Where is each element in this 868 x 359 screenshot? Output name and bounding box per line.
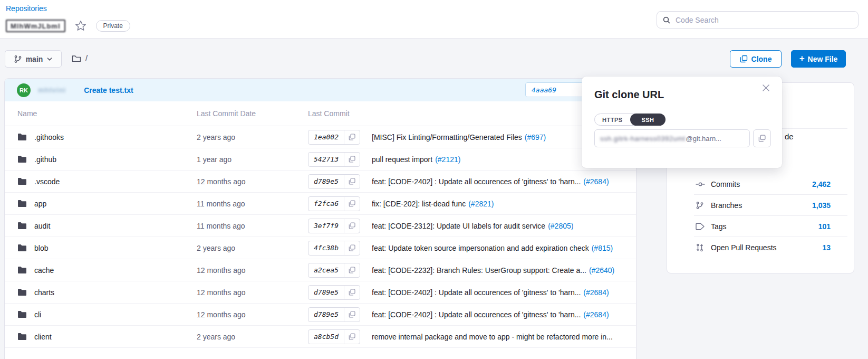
commit-sha[interactable]: 542713 [308,153,344,166]
file-name[interactable]: app [34,200,46,208]
table-row[interactable]: blob 2 years ago 4fc38b feat: Update tok… [5,237,636,259]
private-badge: Private [96,20,130,32]
copy-icon[interactable] [344,286,360,299]
stat-value[interactable]: 1,035 [812,201,831,210]
copy-icon[interactable] [344,175,360,188]
stat-row-tags[interactable]: Tags 101 [667,216,854,237]
clipped-description-text: de [785,132,794,141]
commit-date: 12 months ago [197,177,308,186]
stat-value[interactable]: 2,462 [812,180,831,188]
pr-link[interactable]: (#2684) [583,310,609,319]
file-name[interactable]: .github [34,155,56,164]
clone-url-suffix: @git.harn... [686,135,721,143]
commit-message[interactable]: fix: [CDE-202]: list-dead func [372,200,466,208]
path-root[interactable]: / [85,53,88,62]
commit-sha[interactable]: f2fca6 [308,197,344,211]
tab-ssh[interactable]: SSH [630,114,666,126]
commit-sha-chip: a8cb5d [308,329,360,344]
commit-message[interactable]: pull request import [372,155,432,164]
latest-commit-message-link[interactable]: Create test.txt [84,86,133,95]
table-row[interactable]: .github 1 year ago 542713 pull request i… [5,148,636,171]
table-row[interactable]: charts 12 months ago d789e5 feat: [CODE-… [5,281,636,304]
file-name[interactable]: audit [34,222,50,230]
pr-link[interactable]: (#815) [592,244,613,252]
table-row[interactable]: audit 11 months ago 3ef7f9 feat: [CODE-2… [5,215,636,237]
copy-icon[interactable] [344,219,360,233]
pr-link[interactable]: (#2684) [583,288,609,297]
stat-row-commits[interactable]: Commits 2,462 [667,174,854,194]
table-header: Name Last Commit Date Last Commit [5,101,636,126]
file-name[interactable]: cache [34,266,54,275]
tag-icon [696,223,705,230]
pr-link[interactable]: (#697) [525,133,546,141]
code-search-box[interactable] [657,11,859,29]
search-input[interactable] [676,16,853,24]
copy-icon[interactable] [344,308,360,322]
copy-icon[interactable] [344,130,360,144]
file-table-body: .githooks 2 years ago 1ea002 [MISC] Fix … [5,126,636,348]
commit-sha[interactable]: d789e5 [308,175,344,188]
copy-icon[interactable] [344,241,360,255]
pr-link[interactable]: (#2640) [589,266,614,275]
file-name[interactable]: client [34,333,52,341]
commit-sha[interactable]: d789e5 [308,286,344,299]
commit-sha[interactable]: a8cb5d [308,330,344,344]
star-icon[interactable] [74,19,88,33]
search-icon [662,16,671,24]
commit-message[interactable]: feat: [CODE-2402] : Update all occurence… [372,310,581,319]
file-name[interactable]: charts [34,288,54,297]
branch-name: main [26,55,43,63]
copy-icon[interactable] [344,153,360,166]
table-row[interactable]: cli 12 months ago d789e5 feat: [CODE-240… [5,304,636,326]
commit-message[interactable]: remove internal package and move to app … [372,333,613,341]
file-name[interactable]: cli [34,310,41,319]
pr-link[interactable]: (#2684) [583,177,609,186]
file-name[interactable]: blob [34,244,48,252]
commit-sha[interactable]: 3ef7f9 [308,219,344,233]
commit-sha[interactable]: a2cea5 [308,263,344,277]
table-row[interactable]: .vscode 12 months ago d789e5 feat: [CODE… [5,171,636,193]
git-branch-icon [696,201,705,210]
stat-row-pull-requests[interactable]: Open Pull Requests 13 [667,237,854,258]
table-row[interactable]: cache 12 months ago a2cea5 feat: [CODE-2… [5,259,636,281]
clone-url-row: ssh.gitrk-harness0392umt @git.harn... [594,129,771,147]
file-name[interactable]: .githooks [34,133,64,141]
copy-url-button[interactable] [753,129,771,147]
pr-link[interactable]: (#2821) [468,200,494,208]
clone-button[interactable]: Clone [730,50,782,68]
folder-icon [17,310,27,318]
clone-label: Clone [751,55,772,63]
commit-message[interactable]: feat: [CODE-2232]: Branch Rules: UserGro… [372,266,586,275]
copy-icon[interactable] [344,263,360,277]
folder-icon [17,266,27,274]
new-file-button[interactable]: + New File [791,50,846,68]
table-row[interactable]: app 11 months ago f2fca6 fix: [CDE-202]:… [5,193,636,215]
latest-commit-bar: RK mhtvini Create test.txt 4aaa69 [5,79,636,101]
commit-sha[interactable]: 4fc38b [308,241,344,255]
commit-message[interactable]: feat: [CODE-2312]: Update UI labels for … [372,222,545,230]
stat-value[interactable]: 13 [822,243,831,252]
pr-link[interactable]: (#2121) [435,155,460,164]
pr-link[interactable]: (#2805) [548,222,573,230]
commit-message[interactable]: feat: Update token source impersonation … [372,244,589,252]
folder-icon [17,288,27,296]
file-browser-card: RK mhtvini Create test.txt 4aaa69 Name L… [4,78,636,359]
stat-row-branches[interactable]: Branches 1,035 [667,195,854,215]
commit-date: 2 years ago [197,244,308,252]
close-icon[interactable] [760,82,771,93]
copy-icon[interactable] [344,330,360,344]
table-row[interactable]: .githooks 2 years ago 1ea002 [MISC] Fix … [5,126,636,148]
breadcrumb-repositories[interactable]: Repositories [6,4,47,13]
commit-sha[interactable]: d789e5 [308,308,344,322]
commit-message[interactable]: feat: [CODE-2402] : Update all occurence… [372,177,581,186]
file-name[interactable]: .vscode [34,177,60,186]
latest-commit-sha[interactable]: 4aaa69 [525,82,584,97]
clone-url-field[interactable]: ssh.gitrk-harness0392umt @git.harn... [594,129,750,147]
commit-message[interactable]: feat: [CODE-2402] : Update all occurence… [372,288,581,297]
table-row[interactable]: client 2 years ago a8cb5d remove interna… [5,326,636,348]
commit-message[interactable]: [MISC] Fix Linting/Formatting/Generated … [372,133,522,141]
stat-value[interactable]: 101 [818,222,831,231]
commit-sha[interactable]: 1ea002 [308,130,344,144]
branch-selector[interactable]: main [5,50,62,68]
copy-icon[interactable] [344,197,360,211]
